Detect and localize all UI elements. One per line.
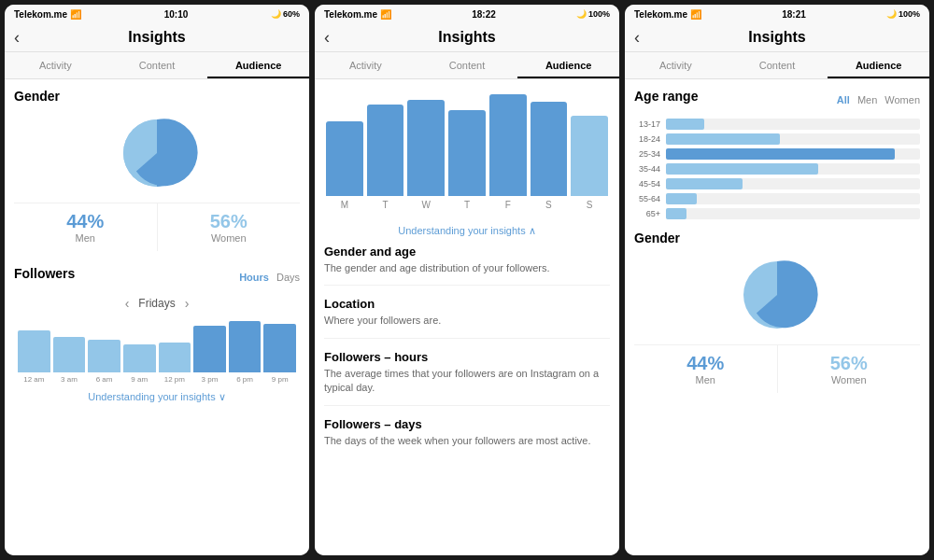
content-1: Gender 44% Men (5, 79, 309, 555)
back-button-3[interactable]: ‹ (634, 28, 640, 48)
time-3: 18:21 (782, 9, 806, 20)
bar-label-3: 9 am (131, 375, 148, 384)
bar-7 (263, 324, 296, 372)
status-right-3: 🌙 100% (886, 9, 920, 19)
age-bar-fill-4 (666, 178, 743, 189)
tab-activity-3[interactable]: Activity (625, 52, 727, 78)
moon-icon-2: 🌙 (576, 9, 587, 19)
women-label-1: Women (165, 232, 293, 244)
age-filter-3: All Men Women (837, 94, 920, 105)
page-title-1: Insights (128, 29, 185, 46)
women-percent-3: 56% (785, 353, 913, 374)
men-percent-1: 44% (21, 211, 149, 232)
understand-link-2[interactable]: Understanding your insights ∧ (324, 217, 610, 245)
prev-day-1[interactable]: ‹ (125, 296, 130, 311)
age-row-2: 25-34 (634, 148, 920, 160)
tab-content-2[interactable]: Content (417, 52, 518, 78)
bar-group-0: 12 am (18, 330, 50, 384)
gender-stats-3: 44% Men 56% Women (634, 344, 920, 393)
age-bar-container-0 (666, 119, 920, 130)
age-label-1: 18-24 (634, 134, 660, 144)
status-left-2: Telekom.me 📶 (324, 9, 391, 20)
age-row-6: 65+ (634, 208, 920, 219)
week-label-T1: T (383, 200, 389, 210)
tab-content-3[interactable]: Content (727, 52, 828, 78)
age-filter-men[interactable]: Men (857, 94, 877, 105)
week-group-T1: T (367, 89, 404, 210)
content-2: M T W T F (315, 79, 619, 555)
tab-activity-1[interactable]: Activity (5, 52, 106, 78)
status-right-2: 🌙 100% (576, 9, 610, 19)
men-percent-3: 44% (642, 353, 770, 374)
bar-6 (229, 321, 262, 372)
men-stat-3: 44% Men (634, 345, 778, 393)
age-row-3: 35-44 (634, 163, 920, 175)
tab-content-1[interactable]: Content (106, 52, 208, 78)
age-bar-container-6 (666, 208, 920, 219)
age-label-6: 65+ (634, 209, 660, 218)
week-group-T2: T (448, 89, 486, 210)
bar-1 (53, 337, 86, 372)
age-row-1: 18-24 (634, 133, 920, 145)
wifi-icon-2: 📶 (380, 9, 391, 20)
week-label-W: W (422, 200, 431, 210)
tab-audience-3[interactable]: Audience (828, 52, 929, 78)
time-2: 18:22 (472, 9, 496, 20)
age-row-5: 55-64 (634, 193, 920, 204)
hours-toggle-1[interactable]: Hours (239, 272, 269, 283)
wifi-icon-1: 📶 (70, 9, 81, 20)
insight-3: Followers – days The days of the week wh… (324, 417, 610, 457)
moon-icon-3: 🌙 (886, 9, 897, 19)
status-bar-1: Telekom.me 📶 10:10 🌙 60% (5, 5, 309, 23)
tab-activity-2[interactable]: Activity (315, 52, 417, 78)
insight-desc-1: Where your followers are. (324, 314, 610, 328)
next-day-1[interactable]: › (185, 296, 190, 311)
screens-container: Telekom.me 📶 10:10 🌙 60% ‹ Insights Acti… (5, 5, 929, 555)
bar-label-4: 12 pm (164, 375, 185, 384)
tabs-3: Activity Content Audience (625, 52, 929, 79)
bar-label-0: 12 am (23, 375, 44, 384)
age-bar-fill-1 (666, 133, 780, 145)
insight-title-0: Gender and age (324, 245, 610, 259)
bar-group-1: 3 am (53, 337, 86, 384)
nav-bar-2: ‹ Insights (315, 23, 619, 52)
pie-container-3 (634, 253, 920, 337)
back-button-2[interactable]: ‹ (324, 28, 330, 48)
bar-group-6: 6 pm (229, 321, 262, 384)
women-percent-1: 56% (165, 211, 293, 232)
age-filter-all[interactable]: All (837, 94, 850, 105)
age-label-2: 25-34 (634, 149, 660, 159)
age-range-section-3: Age range All Men Women 13-17 (634, 89, 920, 219)
bar-0 (18, 330, 50, 372)
age-filter-women[interactable]: Women (884, 94, 920, 105)
bar-label-2: 6 am (96, 375, 113, 384)
tab-audience-1[interactable]: Audience (207, 52, 309, 78)
understand-link-1[interactable]: Understanding your insights ∨ (14, 384, 300, 411)
tabs-2: Activity Content Audience (315, 52, 619, 79)
insight-desc-2: The average times that your followers ar… (324, 367, 610, 396)
week-label-F: F (505, 200, 511, 210)
battery-3: 100% (899, 9, 920, 19)
tab-audience-2[interactable]: Audience (517, 52, 619, 78)
tabs-1: Activity Content Audience (5, 52, 309, 79)
days-toggle-1[interactable]: Days (276, 272, 300, 283)
week-label-M: M (341, 200, 348, 210)
age-range-title-3: Age range (634, 89, 698, 104)
age-bar-container-5 (666, 193, 920, 204)
phone-screen-1: Telekom.me 📶 10:10 🌙 60% ‹ Insights Acti… (5, 5, 309, 555)
week-group-W: W (407, 89, 445, 210)
followers-header-1: Followers Hours Days (14, 266, 300, 288)
insight-title-1: Location (324, 297, 610, 311)
age-bar-container-4 (666, 178, 920, 189)
insight-desc-3: The days of the week when your followers… (324, 434, 610, 448)
insight-desc-0: The gender and age distribution of your … (324, 261, 610, 275)
gender-title-3: Gender (634, 231, 920, 245)
age-bars-3: 13-17 18-24 25-34 (634, 119, 920, 219)
age-row-4: 45-54 (634, 178, 920, 189)
age-bar-fill-2 (666, 148, 895, 160)
back-button-1[interactable]: ‹ (14, 28, 20, 48)
pie-chart-1 (115, 111, 199, 195)
week-label-S2: S (587, 200, 593, 210)
day-nav-1: ‹ Fridays › (14, 296, 300, 311)
phone-screen-2: Telekom.me 📶 18:22 🌙 100% ‹ Insights Act… (315, 5, 619, 555)
